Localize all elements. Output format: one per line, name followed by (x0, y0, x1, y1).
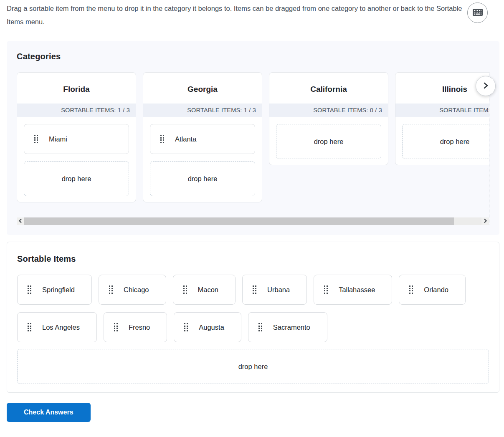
sortable-item-label: Sacramento (273, 323, 310, 331)
drag-handle-icon (28, 285, 31, 294)
drag-handle-icon (34, 135, 38, 143)
drop-zone-florida[interactable]: drop here (24, 161, 129, 196)
sortable-item-label: Atlanta (175, 135, 196, 143)
category-counter: SORTABLE ITEMS: 1 / 3 (143, 104, 262, 117)
categories-scroll-area: Florida SORTABLE ITEMS: 1 / 3 Miami drop… (17, 72, 489, 225)
sortable-item-tallahassee[interactable]: Tallahassee (314, 275, 392, 305)
category-body: drop here (395, 117, 489, 165)
sortable-item-label: Miami (49, 135, 67, 143)
sortable-item-label: Los Angeles (42, 323, 80, 331)
category-card-illinois: Illinois SORTABLE ITEMS: 0 / 3 drop here (395, 72, 489, 165)
drag-handle-icon (258, 323, 262, 331)
category-counter: SORTABLE ITEMS: 1 / 3 (17, 104, 136, 117)
drag-handle-icon (184, 323, 188, 331)
sortable-item-label: Fresno (129, 323, 150, 331)
sortable-item-label: Macon (198, 286, 219, 294)
scrollbar-track[interactable] (24, 217, 481, 225)
categories-viewport: Florida SORTABLE ITEMS: 1 / 3 Miami drop… (17, 72, 489, 202)
drop-zone-sortable-menu[interactable]: drop here (17, 349, 489, 384)
drag-handle-icon (409, 285, 413, 294)
drag-handle-icon (324, 285, 328, 294)
sortable-item-chicago[interactable]: Chicago (99, 275, 166, 305)
sortable-item-fresno[interactable]: Fresno (104, 312, 167, 342)
sortable-item-label: Urbana (267, 286, 290, 294)
category-title: Georgia (143, 73, 262, 104)
category-card-california: California SORTABLE ITEMS: 0 / 3 drop he… (269, 72, 388, 165)
drop-zone-label: drop here (62, 175, 91, 183)
sortable-item-urbana[interactable]: Urbana (242, 275, 307, 305)
drop-zone-california[interactable]: drop here (276, 124, 381, 159)
sortable-items-list: Springfield Chicago Macon Urbana Tallaha… (17, 275, 489, 342)
drag-handle-icon (109, 285, 113, 294)
drag-handle-icon (183, 285, 187, 294)
sortable-item-miami[interactable]: Miami (24, 124, 129, 154)
category-title: California (269, 73, 388, 104)
sortable-item-label: Chicago (124, 286, 149, 294)
drop-zone-label: drop here (440, 138, 470, 146)
categories-panel: Categories Florida SORTABLE ITEMS: 1 / 3 (7, 41, 499, 235)
sortable-item-springfield[interactable]: Springfield (17, 275, 92, 305)
instructions-row: Drag a sortable item from the menu to dr… (7, 2, 499, 28)
sortable-item-atlanta[interactable]: Atlanta (150, 124, 255, 154)
sortable-item-sacramento[interactable]: Sacramento (248, 312, 327, 342)
category-body: Atlanta drop here (143, 117, 262, 202)
sortable-item-augusta[interactable]: Augusta (174, 312, 241, 342)
chevron-left-icon (18, 218, 23, 225)
drop-zone-label: drop here (314, 138, 344, 146)
drop-zone-illinois[interactable]: drop here (402, 124, 489, 159)
scroll-next-button[interactable] (476, 76, 496, 96)
sortable-item-macon[interactable]: Macon (173, 275, 236, 305)
sortable-item-label: Augusta (199, 323, 224, 331)
category-counter: SORTABLE ITEMS: 0 / 3 (395, 104, 489, 117)
keyboard-icon (473, 9, 483, 17)
scrollbar-thumb[interactable] (24, 217, 454, 225)
category-card-georgia: Georgia SORTABLE ITEMS: 1 / 3 Atlanta dr… (143, 72, 262, 202)
drag-handle-icon (114, 323, 118, 331)
chevron-right-icon (481, 81, 490, 91)
categories-row: Florida SORTABLE ITEMS: 1 / 3 Miami drop… (17, 72, 489, 202)
category-title: Florida (17, 73, 136, 104)
drop-zone-georgia[interactable]: drop here (150, 161, 255, 196)
sortable-item-orlando[interactable]: Orlando (399, 275, 466, 305)
drag-handle-icon (28, 323, 31, 331)
scrollbar-right-arrow[interactable] (481, 217, 489, 225)
sortable-items-panel: Sortable Items Springfield Chicago Macon… (7, 242, 499, 393)
instructions-text: Drag a sortable item from the menu to dr… (7, 2, 463, 28)
sortable-item-los-angeles[interactable]: Los Angeles (17, 312, 97, 342)
drag-handle-icon (160, 135, 164, 143)
scrollbar-left-arrow[interactable] (17, 217, 24, 225)
categories-title: Categories (17, 52, 489, 61)
sortable-items-title: Sortable Items (17, 254, 489, 264)
category-body: drop here (269, 117, 388, 165)
sortable-item-label: Springfield (42, 286, 75, 294)
category-card-florida: Florida SORTABLE ITEMS: 1 / 3 Miami drop… (17, 72, 136, 202)
category-counter: SORTABLE ITEMS: 0 / 3 (269, 104, 388, 117)
drag-handle-icon (253, 285, 256, 294)
page: Drag a sortable item from the menu to dr… (0, 0, 504, 429)
horizontal-scrollbar[interactable] (17, 217, 489, 225)
sortable-item-label: Orlando (424, 286, 448, 294)
drop-zone-label: drop here (238, 363, 268, 371)
chevron-right-icon (483, 218, 487, 225)
drop-zone-label: drop here (188, 175, 218, 183)
keyboard-shortcuts-button[interactable] (467, 3, 488, 23)
category-title: Illinois (395, 73, 489, 104)
category-body: Miami drop here (17, 117, 136, 202)
check-answers-button[interactable]: Check Answers (7, 403, 91, 422)
sortable-item-label: Tallahassee (339, 286, 375, 294)
